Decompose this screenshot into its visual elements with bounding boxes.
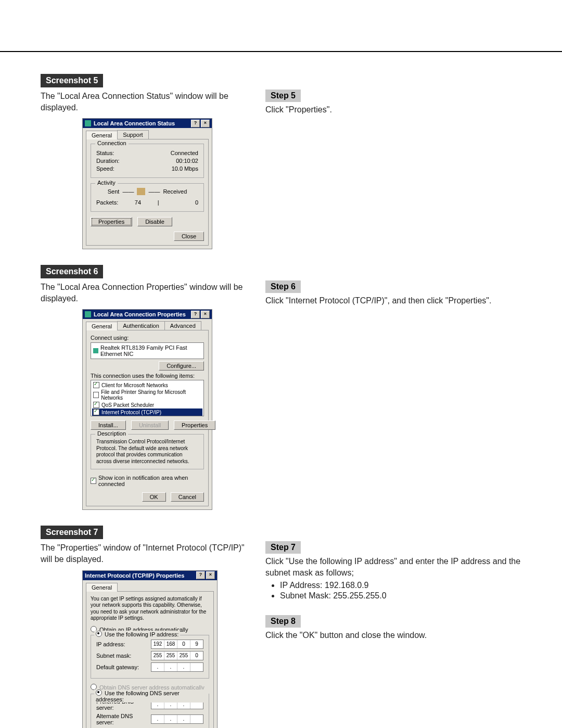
group-description: Description bbox=[95, 430, 128, 437]
tcpip-intro: You can get IP settings assigned automat… bbox=[91, 596, 209, 622]
value-sent: 74 bbox=[118, 199, 157, 206]
alt-dns-input[interactable]: ... bbox=[151, 714, 203, 724]
label-items: This connection uses the following items… bbox=[91, 373, 204, 379]
step5-badge: Step 5 bbox=[265, 90, 301, 102]
value-status: Connected bbox=[171, 150, 198, 156]
props-titlebar: Local Area Connection Properties ? × bbox=[83, 310, 212, 319]
install-button[interactable]: Install... bbox=[91, 420, 126, 430]
label-alt-dns: Alternate DNS server: bbox=[96, 713, 151, 725]
tab-advanced[interactable]: Advanced bbox=[164, 321, 201, 330]
step6-badge: Step 6 bbox=[265, 280, 301, 293]
group-connection: Connection bbox=[95, 140, 129, 146]
step7-text: Click "Use the following IP address" and… bbox=[265, 556, 521, 578]
list-item[interactable]: Client for Microsoft Networks bbox=[101, 382, 168, 388]
mask-input[interactable]: 2552552550 bbox=[151, 651, 203, 660]
checkbox-icon[interactable] bbox=[93, 402, 99, 408]
help-icon[interactable]: ? bbox=[196, 571, 205, 579]
close-icon[interactable]: × bbox=[206, 571, 215, 579]
tcpip-dialog: Internet Protocol (TCP/IP) Properties ? … bbox=[82, 570, 218, 728]
radio-manual-dns[interactable] bbox=[96, 689, 102, 696]
nic-field: Realtek RTL8139 Family PCI Fast Ethernet… bbox=[91, 342, 204, 359]
step7-badge: Step 7 bbox=[265, 541, 301, 554]
label-manual-ip: Use the following IP address: bbox=[105, 631, 178, 637]
properties-dialog: Local Area Connection Properties ? × Gen… bbox=[82, 309, 212, 510]
step8-text: Click the "OK" button and close the wind… bbox=[265, 630, 521, 641]
tab-general[interactable]: General bbox=[86, 322, 118, 330]
network-icon bbox=[85, 311, 91, 317]
description-text: Transmission Control Protocol/Internet P… bbox=[96, 439, 198, 465]
nic-icon bbox=[93, 348, 98, 353]
screenshot6-badge: Screenshot 6 bbox=[41, 265, 103, 278]
props-title: Local Area Connection Properties bbox=[94, 311, 186, 317]
label-ip: IP address: bbox=[96, 641, 125, 647]
value-duration: 00:10:02 bbox=[176, 158, 198, 164]
tcpip-titlebar: Internet Protocol (TCP/IP) Properties ? … bbox=[83, 571, 217, 580]
radio-manual-ip[interactable] bbox=[96, 631, 102, 637]
status-dialog: Local Area Connection Status ? × General… bbox=[82, 118, 212, 249]
configure-button[interactable]: Configure... bbox=[159, 361, 204, 371]
list-item[interactable]: QoS Packet Scheduler bbox=[101, 402, 154, 408]
help-icon[interactable]: ? bbox=[191, 311, 200, 318]
ip-input[interactable]: 19216809 bbox=[151, 640, 203, 649]
label-packets: Packets: bbox=[96, 199, 118, 206]
close-button[interactable]: Close bbox=[174, 232, 204, 241]
label-gateway: Default gateway: bbox=[96, 664, 139, 670]
bullet-ip: IP Address: 192.168.0.9 bbox=[280, 581, 521, 590]
label-status: Status: bbox=[96, 150, 114, 156]
tab-general[interactable]: General bbox=[86, 131, 118, 139]
screenshot7-desc: The "Properties" window of "Internet Pro… bbox=[41, 542, 249, 565]
tab-support[interactable]: Support bbox=[117, 130, 149, 139]
screenshot6-desc: The "Local Area Connection Properties" w… bbox=[41, 282, 249, 304]
label-received: Received bbox=[163, 188, 187, 195]
list-item[interactable]: File and Printer Sharing for Microsoft N… bbox=[101, 389, 201, 401]
value-received: 0 bbox=[159, 199, 198, 206]
status-title: Local Area Connection Status bbox=[94, 120, 175, 126]
checkbox-icon[interactable] bbox=[93, 409, 99, 415]
close-icon[interactable]: × bbox=[201, 311, 210, 318]
cancel-button[interactable]: Cancel bbox=[171, 492, 204, 502]
status-titlebar: Local Area Connection Status ? × bbox=[83, 119, 212, 128]
label-connect-using: Connect using: bbox=[91, 335, 204, 341]
step6-text: Click "Internet Protocol (TCP/IP)", and … bbox=[265, 295, 521, 306]
disable-button[interactable]: Disable bbox=[137, 217, 172, 226]
checkbox-icon[interactable] bbox=[93, 392, 99, 398]
components-list[interactable]: Client for Microsoft Networks File and P… bbox=[91, 380, 204, 416]
step5-text: Click "Properties". bbox=[265, 104, 521, 116]
label-sent: Sent bbox=[108, 188, 120, 195]
bullet-mask: Subnet Mask: 255.255.255.0 bbox=[280, 591, 521, 601]
label-manual-dns: Use the following DNS server addresses: bbox=[96, 690, 180, 703]
close-icon[interactable]: × bbox=[201, 120, 210, 127]
nic-name: Realtek RTL8139 Family PCI Fast Ethernet… bbox=[100, 344, 201, 357]
screenshot5-badge: Screenshot 5 bbox=[41, 74, 103, 87]
screenshot7-badge: Screenshot 7 bbox=[41, 526, 103, 539]
uninstall-button: Uninstall bbox=[131, 420, 169, 430]
network-icon bbox=[85, 120, 91, 126]
show-icon-checkbox[interactable] bbox=[91, 478, 96, 484]
label-speed: Speed: bbox=[96, 165, 114, 172]
label-duration: Duration: bbox=[96, 158, 120, 164]
activity-icon bbox=[137, 188, 145, 195]
properties-button[interactable]: Properties bbox=[174, 420, 215, 430]
ok-button[interactable]: OK bbox=[142, 492, 166, 502]
tab-authentication[interactable]: Authentication bbox=[117, 321, 165, 330]
group-activity: Activity bbox=[95, 180, 118, 186]
checkbox-icon[interactable] bbox=[93, 382, 99, 388]
screenshot5-desc: The "Local Area Connection Status" windo… bbox=[41, 91, 249, 113]
step8-badge: Step 8 bbox=[265, 615, 301, 628]
value-speed: 10.0 Mbps bbox=[172, 165, 198, 172]
properties-button[interactable]: Properties bbox=[91, 217, 132, 226]
label-mask: Subnet mask: bbox=[96, 653, 131, 659]
help-icon[interactable]: ? bbox=[191, 120, 200, 127]
list-item-tcpip[interactable]: Internet Protocol (TCP/IP) bbox=[101, 410, 161, 415]
gateway-input[interactable]: ... bbox=[151, 662, 203, 672]
tab-general[interactable]: General bbox=[86, 583, 118, 592]
tcpip-title: Internet Protocol (TCP/IP) Properties bbox=[85, 572, 184, 579]
label-show-icon: Show icon in notification area when conn… bbox=[98, 475, 204, 487]
